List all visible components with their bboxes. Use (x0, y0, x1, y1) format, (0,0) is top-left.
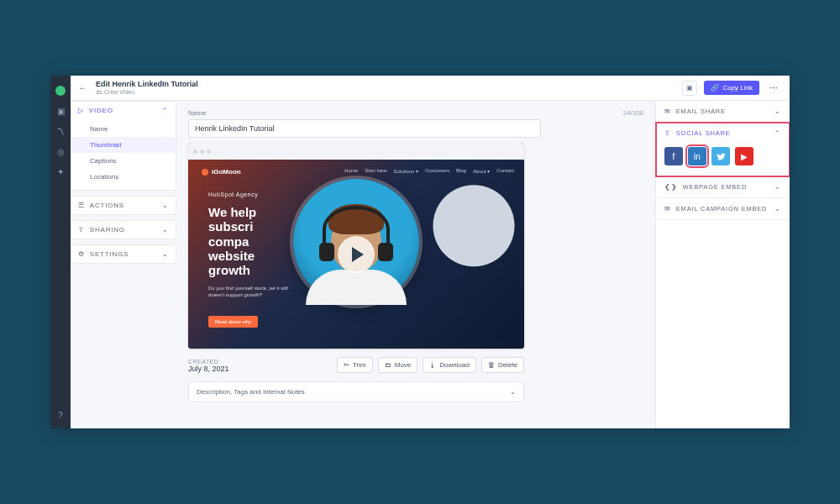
download-button[interactable]: ⭳Download (423, 357, 476, 373)
share-icon: ⇪ (78, 226, 85, 234)
folder-icon: 🗀 (96, 89, 102, 96)
brand-text: iGoMoon (212, 168, 241, 176)
actions-panel-head[interactable]: ☰ ACTIONS ⌄ (71, 197, 176, 214)
back-button[interactable]: ← (76, 83, 89, 92)
video-thumbnail[interactable]: iGoMoon HomeStart hereSolutions ▾Custome… (188, 143, 524, 349)
video-panel-head[interactable]: ▷ VIDEO ⌃ (71, 102, 176, 119)
video-panel: ▷ VIDEO ⌃ Name Thumbnail Captions Locati… (71, 101, 176, 191)
sharing-panel: ⇪ SHARING ⌄ (71, 220, 176, 239)
description-accordion[interactable]: Description, Tags and Internal Notes ⌄ (188, 381, 524, 402)
actions-icon: ☰ (78, 202, 85, 209)
social-share-head[interactable]: ⇪ SOCIAL SHARE ⌃ (656, 123, 790, 144)
picture-in-picture-button[interactable]: ▣ (682, 81, 697, 96)
trash-icon: 🗑 (488, 361, 495, 369)
help-icon[interactable]: ? (55, 410, 66, 420)
trim-button[interactable]: ✂Trim (337, 357, 373, 373)
video-action-buttons: ✂Trim 🗀Move ⭳Download 🗑Delete (337, 357, 524, 373)
chevron-down-icon: ⌄ (774, 205, 781, 213)
video-sublist: Name Thumbnail Captions Locations (71, 119, 176, 190)
page-title: Edit Henrik LinkedIn Tutorial (96, 80, 198, 88)
main-content: Name 24/100 iGoMoon HomeStart hereSoluti… (176, 101, 655, 428)
move-button[interactable]: 🗀Move (378, 357, 418, 373)
copy-link-button[interactable]: 🔗 Copy Link (704, 81, 759, 95)
link-icon: 🔗 (711, 84, 719, 92)
chevron-down-icon: ⌄ (774, 108, 781, 115)
chevron-up-icon: ⌃ (774, 129, 781, 137)
app-window: ▣ 〽 ◎ ✦ ? ← Edit Henrik LinkedIn Tutoria… (50, 76, 790, 428)
body: ▷ VIDEO ⌃ Name Thumbnail Captions Locati… (71, 101, 790, 428)
sidebar-item-name[interactable]: Name (71, 121, 176, 137)
rail-target-icon[interactable]: ◎ (55, 146, 66, 156)
linkedin-highlight: in (688, 147, 706, 165)
nav-rail: ▣ 〽 ◎ ✦ ? (50, 76, 71, 428)
code-icon: ❮❯ (664, 183, 678, 191)
chevron-down-icon: ⌄ (162, 202, 169, 209)
hero-subtext: Do you find yourself stuck, yet it still… (208, 286, 301, 299)
sidebar-item-locations[interactable]: Locations (71, 169, 176, 185)
meta-row: CREATED July 8, 2021 ✂Trim 🗀Move ⭳Downlo… (188, 357, 524, 373)
youtube-share-button[interactable]: ▶ (735, 147, 753, 165)
workspace: ← Edit Henrik LinkedIn Tutorial 🗀 Crew V… (71, 76, 790, 428)
sidebar-item-thumbnail[interactable]: Thumbnail (71, 137, 176, 153)
chevron-down-icon: ⌄ (162, 250, 169, 258)
more-menu[interactable]: ⋯ (766, 83, 781, 92)
name-input[interactable] (188, 119, 541, 138)
campaign-embed-head[interactable]: ✉ EMAIL CAMPAIGN EMBED ⌄ (656, 198, 790, 219)
gear-icon: ⚙ (78, 250, 85, 258)
sharing-panel-head[interactable]: ⇪ SHARING ⌄ (71, 221, 176, 239)
edit-sidebar: ▷ VIDEO ⌃ Name Thumbnail Captions Locati… (71, 101, 176, 428)
hero-cta: Read about why (208, 316, 258, 328)
chevron-down-icon: ⌄ (774, 183, 781, 191)
play-button[interactable] (338, 236, 375, 273)
thumbnail-body: iGoMoon HomeStart hereSolutions ▾Custome… (188, 160, 524, 349)
share-column: ✉ EMAIL SHARE ⌄ ⇪ SOCIAL SHARE ⌃ f in (655, 101, 790, 428)
folder-move-icon: 🗀 (385, 361, 391, 369)
mail-icon: ✉ (664, 205, 671, 213)
webpage-embed-head[interactable]: ❮❯ WEBPAGE EMBED ⌄ (656, 176, 790, 197)
social-icon-row: f in ▶ (656, 144, 790, 176)
rail-integrations-icon[interactable]: ✦ (55, 166, 66, 176)
chevron-down-icon: ⌄ (510, 388, 516, 396)
site-nav: HomeStart hereSolutions ▾CustomersBlogAb… (344, 168, 514, 174)
sidebar-item-captions[interactable]: Captions (71, 153, 176, 169)
email-share-panel: ✉ EMAIL SHARE ⌄ (656, 101, 790, 123)
created-date: July 8, 2021 (188, 365, 229, 373)
video-icon: ▷ (78, 107, 84, 114)
breadcrumb[interactable]: 🗀 Crew Video (96, 89, 198, 96)
actions-panel: ☰ ACTIONS ⌄ (71, 196, 176, 215)
settings-panel: ⚙ SETTINGS ⌄ (71, 244, 176, 264)
rail-analytics-icon[interactable]: 〽 (55, 126, 66, 136)
webpage-embed-panel: ❮❯ WEBPAGE EMBED ⌄ (656, 176, 790, 198)
delete-button[interactable]: 🗑Delete (481, 357, 524, 373)
linkedin-share-button[interactable]: in (688, 147, 706, 165)
chevron-up-icon: ⌃ (162, 107, 169, 114)
hero-agency: HubSpot Agency (208, 192, 258, 197)
name-field-label: Name (188, 109, 206, 117)
rail-dashboard-icon[interactable]: ▣ (55, 106, 66, 116)
settings-panel-head[interactable]: ⚙ SETTINGS ⌄ (71, 245, 176, 263)
social-share-panel: ⇪ SOCIAL SHARE ⌃ f in ▶ (656, 123, 790, 176)
twitter-share-button[interactable] (711, 147, 730, 165)
chevron-down-icon: ⌄ (162, 226, 169, 234)
hero-heading: We help subscri compa website growth (208, 205, 256, 277)
topbar: ← Edit Henrik LinkedIn Tutorial 🗀 Crew V… (71, 76, 790, 101)
email-share-head[interactable]: ✉ EMAIL SHARE ⌄ (656, 101, 790, 122)
campaign-embed-panel: ✉ EMAIL CAMPAIGN EMBED ⌄ (656, 198, 790, 220)
facebook-share-button[interactable]: f (664, 147, 683, 165)
name-field-wrap: Name 24/100 (188, 109, 643, 138)
download-icon: ⭳ (429, 361, 436, 369)
share-icon: ⇪ (664, 129, 671, 137)
scissors-icon: ✂ (344, 361, 349, 369)
app-logo[interactable] (55, 86, 66, 96)
browser-chrome (188, 143, 524, 160)
description-label: Description, Tags and Internal Notes (197, 388, 305, 396)
mail-icon: ✉ (664, 108, 671, 115)
char-count: 24/100 (623, 109, 643, 117)
created-label: CREATED (188, 359, 229, 365)
title-block: Edit Henrik LinkedIn Tutorial 🗀 Crew Vid… (96, 80, 198, 95)
